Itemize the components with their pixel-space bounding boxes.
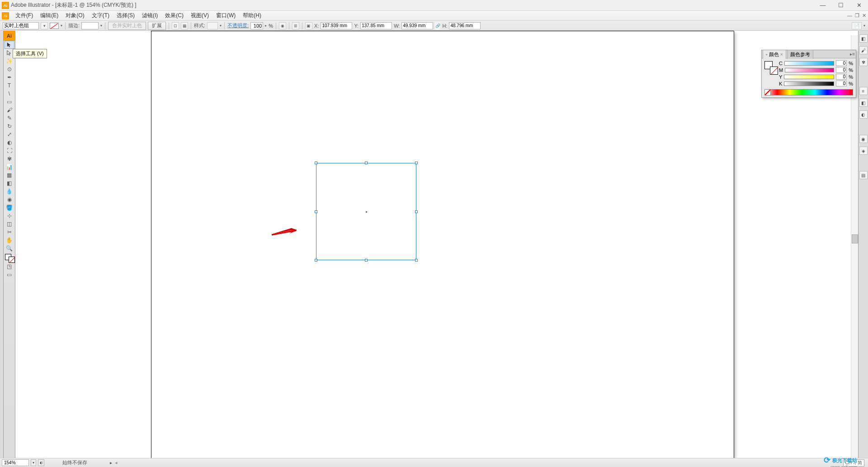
close-button[interactable]: ✕	[850, 0, 868, 11]
fill-swatch-icon[interactable]	[50, 23, 59, 29]
type-tool[interactable]: T	[5, 81, 14, 90]
panel-fill-stroke-swatch[interactable]	[764, 61, 776, 73]
minimize-button[interactable]: —	[814, 0, 832, 11]
resize-handle[interactable]	[315, 259, 317, 262]
canvas[interactable]	[15, 31, 858, 458]
dropdown-icon[interactable]: ▾	[41, 22, 48, 29]
arrange-doc-icon[interactable]: 📄	[852, 22, 862, 29]
selected-rectangle[interactable]	[316, 163, 416, 260]
transform-anchor-icon[interactable]: ▣	[305, 22, 312, 29]
fill-stroke-swatch[interactable]	[5, 253, 14, 262]
paintbrush-tool[interactable]: 🖌	[5, 106, 14, 114]
panel-menu-icon[interactable]: ▸≡	[850, 52, 855, 57]
dropdown-icon[interactable]: ▾	[61, 24, 62, 28]
zoom-dropdown-icon[interactable]: ▾	[31, 459, 36, 466]
x-field[interactable]	[321, 22, 352, 29]
m-slider[interactable]	[785, 68, 834, 72]
menu-window[interactable]: 窗口(W)	[212, 11, 239, 20]
appearance-panel-icon[interactable]: ◉	[859, 135, 868, 143]
opacity-popup-icon[interactable]: ▸	[265, 24, 267, 28]
status-popup-icon[interactable]: ▸	[110, 460, 112, 465]
h-field[interactable]	[449, 22, 481, 29]
w-field[interactable]	[401, 22, 433, 29]
menu-view[interactable]: 视图(V)	[187, 11, 212, 20]
isolation-icon[interactable]: ⊡	[172, 22, 179, 29]
live-paint-tool[interactable]: 🪣	[5, 204, 14, 212]
tools-expand-handle[interactable]	[0, 31, 4, 458]
resize-handle[interactable]	[365, 162, 368, 164]
eyedropper-tool[interactable]: 💧	[5, 187, 14, 195]
lasso-tool[interactable]: ⊙	[5, 65, 14, 73]
eraser-tool[interactable]: ◫	[5, 220, 14, 228]
hand-tool[interactable]: ✋	[5, 236, 14, 244]
gradient-panel-icon[interactable]: ◧	[859, 99, 868, 107]
style-swatch-icon[interactable]	[207, 22, 218, 29]
scale-tool[interactable]: ⤢	[5, 130, 14, 138]
brushes-panel-icon[interactable]: 🖌	[859, 46, 868, 54]
scroll-left-icon[interactable]: ◂	[115, 460, 118, 466]
pencil-tool[interactable]: ✎	[5, 114, 14, 122]
dropdown-icon[interactable]: ▾	[863, 24, 865, 28]
nav-icon[interactable]: ◐	[38, 459, 44, 466]
crop-tool[interactable]: ⊹	[5, 212, 14, 220]
color-mode-row[interactable]: ◳	[5, 262, 14, 271]
stroke-weight-field[interactable]	[81, 22, 99, 29]
y-slider[interactable]	[784, 75, 834, 79]
mask-icon[interactable]: ▦	[181, 22, 188, 29]
selection-tool[interactable]	[5, 41, 14, 49]
scissors-tool[interactable]: ✂	[5, 228, 14, 236]
c-value-field[interactable]	[836, 60, 847, 66]
dropdown-icon[interactable]: ▾	[220, 24, 222, 28]
line-tool[interactable]: \	[5, 90, 14, 98]
gradient-tool[interactable]: ◧	[5, 179, 14, 187]
color-panel[interactable]: ◦ 颜色 × 颜色参考 ▸≡ C% M% Y% K%	[761, 50, 856, 98]
vertical-scrollbar[interactable]	[851, 35, 858, 458]
warp-tool[interactable]: ◐	[5, 138, 14, 147]
y-field[interactable]	[360, 22, 392, 29]
menu-edit[interactable]: 编辑(E)	[37, 11, 62, 20]
color-spectrum[interactable]	[764, 89, 853, 95]
opacity-field[interactable]	[250, 22, 263, 29]
resize-handle[interactable]	[315, 210, 317, 213]
c-slider[interactable]	[784, 61, 834, 66]
k-slider[interactable]	[784, 81, 834, 86]
doc-minimize-button[interactable]: —	[847, 13, 852, 19]
resize-handle[interactable]	[415, 210, 418, 213]
resize-handle[interactable]	[315, 162, 317, 164]
y-value-field[interactable]	[836, 74, 847, 80]
rotate-tool[interactable]: ↻	[5, 122, 14, 130]
menu-effect[interactable]: 效果(C)	[161, 11, 187, 20]
screen-mode-tool[interactable]: ▭	[5, 271, 14, 279]
close-tab-icon[interactable]: ×	[780, 52, 783, 57]
doc-close-button[interactable]: ✕	[862, 13, 866, 19]
opacity-label[interactable]: 不透明度:	[227, 22, 249, 29]
resize-handle[interactable]	[415, 162, 418, 164]
dropdown-icon[interactable]: ▾	[100, 24, 102, 28]
symbol-sprayer-tool[interactable]: ✾	[5, 155, 14, 163]
mesh-tool[interactable]: ▦	[5, 171, 14, 179]
recolor-icon[interactable]: ◉	[279, 22, 286, 29]
link-wh-icon[interactable]: 🔗	[435, 22, 440, 29]
doc-restore-button[interactable]: ❐	[855, 13, 859, 19]
pen-tool[interactable]: ✒	[5, 73, 14, 81]
free-transform-tool[interactable]: ⛶	[5, 147, 14, 155]
menu-help[interactable]: 帮助(H)	[239, 11, 265, 20]
menu-object[interactable]: 对象(O)	[62, 11, 88, 20]
symbols-panel-icon[interactable]: ✾	[859, 58, 868, 66]
align-icon[interactable]: ⊞	[292, 22, 299, 29]
graph-tool[interactable]: 📊	[5, 163, 14, 171]
stroke-panel-icon[interactable]: ≡	[859, 87, 868, 95]
maximize-button[interactable]: ☐	[832, 0, 850, 11]
rectangle-tool[interactable]: ▭	[5, 98, 14, 106]
m-value-field[interactable]	[836, 67, 847, 73]
color-tab[interactable]: ◦ 颜色 ×	[763, 50, 786, 59]
menu-select[interactable]: 选择(S)	[113, 11, 138, 20]
selection-type-field[interactable]	[3, 22, 39, 29]
resize-handle[interactable]	[365, 259, 368, 262]
resize-handle[interactable]	[415, 259, 418, 262]
k-value-field[interactable]	[836, 81, 847, 86]
color-guide-tab[interactable]: 颜色参考	[787, 50, 813, 59]
zoom-field[interactable]	[2, 459, 29, 466]
tools-panel-icon[interactable]: ◧	[859, 34, 868, 43]
menu-filter[interactable]: 滤镜(I)	[138, 11, 161, 20]
